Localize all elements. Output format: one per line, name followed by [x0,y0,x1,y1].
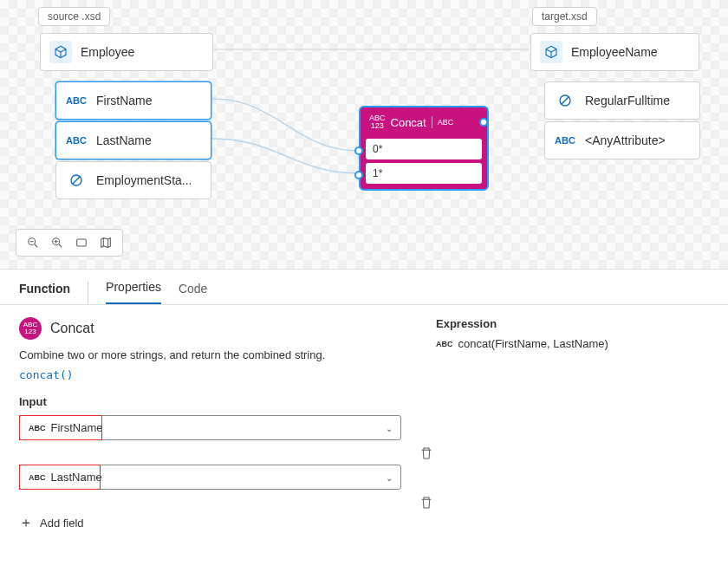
function-title: Concat [50,321,94,336]
function-input-type-icon: ABC 123 [369,114,386,130]
function-badge-icon: ABC123 [19,317,42,340]
delete-input-button[interactable] [419,495,434,510]
string-type-icon: ABC [29,473,46,482]
node-label: EmployeeName [571,45,658,59]
expression-section-label: Expression [436,317,709,330]
source-field-employmentstatus[interactable]: EmploymentSta... [55,161,211,199]
function-slot-1[interactable]: 1* [366,163,482,184]
target-schema-label: target.xsd [532,7,597,26]
tab-properties[interactable]: Properties [106,280,161,304]
output-port[interactable] [479,118,488,127]
fit-view-button[interactable] [74,235,89,250]
string-type-icon: ABC [554,129,576,152]
source-schema-label: source .xsd [38,7,110,26]
input-port-0[interactable] [354,146,363,155]
slot-label: 1* [373,167,382,179]
delete-input-button[interactable] [419,445,434,461]
target-field-anyattribute[interactable]: ABC <AnyAttribute> [544,121,700,159]
string-type-icon: ABC [29,424,46,432]
input-dropdown-0[interactable]: ABC FirstName ⌄ [19,415,401,440]
input-dropdown-1[interactable]: ABC LastName ⌄ [19,465,401,490]
source-field-lastname[interactable]: ABC LastName [55,121,211,159]
canvas-toolbar [16,229,123,257]
input-port-1[interactable] [354,171,363,179]
chevron-down-icon: ⌄ [386,423,393,432]
svg-rect-11 [77,239,87,246]
target-root-node[interactable]: EmployeeName [530,33,699,71]
input-value: FirstName [51,421,103,434]
object-icon [49,41,72,63]
node-label: FirstName [96,94,153,107]
zoom-in-button[interactable] [49,235,65,250]
add-field-button[interactable]: ＋ Add field [19,514,401,532]
svg-line-5 [35,244,37,247]
node-label: LastName [96,133,152,147]
disabled-icon [65,169,88,192]
function-node-concat[interactable]: ABC 123 Concat ABC 0* 1* [359,106,489,191]
function-slot-0[interactable]: 0* [366,139,482,159]
plus-icon: ＋ [19,514,33,532]
function-output-type-icon: ABC [438,119,454,127]
expression-value: concat(FirstName, LastName) [458,337,608,350]
node-label: <AnyAttribute> [585,133,666,147]
input-section-label: Input [19,395,401,408]
svg-line-1 [73,177,81,185]
function-description: Combine two or more strings, and return … [19,348,401,361]
expression-preview: ABC concat(FirstName, LastName) [436,337,709,350]
target-field-regularfulltime[interactable]: RegularFulltime [544,81,700,120]
input-value: LastName [51,471,102,484]
svg-line-8 [59,244,62,247]
slot-label: 0* [373,143,382,155]
source-field-firstname[interactable]: ABC FirstName [55,81,211,120]
svg-line-3 [562,97,569,105]
source-root-node[interactable]: Employee [40,33,213,71]
string-type-icon: ABC [436,340,453,348]
minimap-button[interactable] [98,235,114,250]
mapping-canvas[interactable]: source .xsd target.xsd Employee ABC Firs… [0,0,728,269]
add-field-label: Add field [40,517,84,530]
string-type-icon: ABC [65,89,88,112]
node-label: EmploymentSta... [96,173,192,187]
function-name: Concat [391,116,426,129]
node-label: Employee [81,45,134,59]
node-label: RegularFulltime [585,94,670,107]
string-type-icon: ABC [65,129,88,152]
tab-function[interactable]: Function [19,282,88,304]
chevron-down-icon: ⌄ [386,472,393,482]
object-icon [540,41,562,63]
tab-code[interactable]: Code [179,282,207,304]
properties-panel: Function Properties Code ABC123 Concat C… [0,269,728,544]
zoom-out-button[interactable] [25,235,41,250]
function-signature: concat() [19,368,401,381]
input-row-0: ABC FirstName ⌄ [19,415,401,440]
input-row-1: ABC LastName ⌄ [19,465,401,490]
disabled-icon [554,89,576,112]
